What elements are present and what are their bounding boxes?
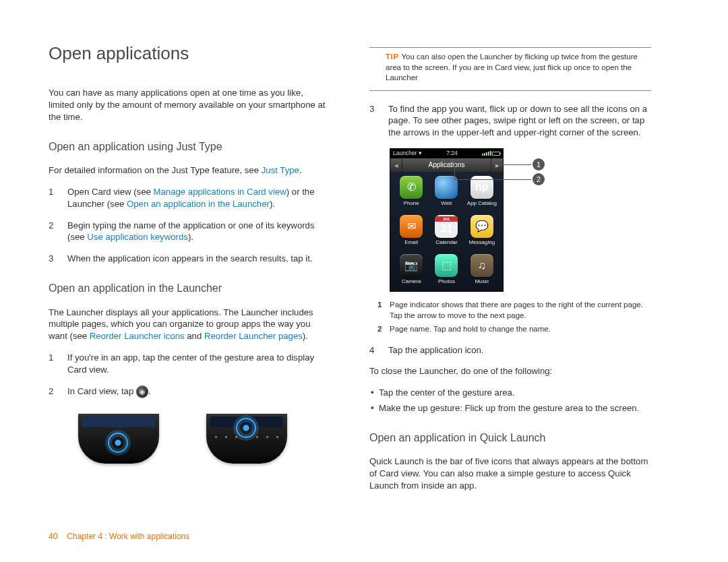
bullet-item: Tap the center of the gesture area. <box>369 387 651 399</box>
page-right-arrow-icon: ▸ <box>491 158 503 172</box>
app-messaging: 💬Messaging <box>465 215 499 253</box>
step-body: In Card view, tap ◉. <box>67 385 330 398</box>
link-manage-card-view[interactable]: Manage applications in Card view <box>154 187 286 197</box>
bullet-item: Make the up gesture: Flick up from the g… <box>369 402 651 414</box>
chat-icon: 💬 <box>471 215 493 238</box>
right-column: TIPYou can also open the Launcher by fli… <box>369 42 651 501</box>
app-catalog: hpApp Catalog <box>465 176 499 214</box>
photos-icon: ⬚ <box>435 254 458 277</box>
intro-paragraph: You can have as many applications open a… <box>49 87 330 123</box>
page-footer: 40 Chapter 4 : Work with applications <box>49 531 189 542</box>
left-column: Open applications You can have as many a… <box>49 42 330 501</box>
step-number: 2 <box>49 385 67 398</box>
section-just-type: Open an application using Just Type <box>49 139 330 154</box>
step-number: 4 <box>369 344 388 356</box>
callout-2: 2 <box>533 173 545 185</box>
step-number: 1 <box>49 352 67 376</box>
status-time: 7:24 <box>446 150 458 157</box>
step-number: 2 <box>49 220 67 244</box>
step-number: 3 <box>49 253 67 265</box>
chapter-label: Chapter 4 : Work with applications <box>67 531 189 542</box>
envelope-icon: ✉ <box>400 215 423 238</box>
launcher-lead: The Launcher displays all your applicati… <box>49 307 330 342</box>
launcher-page-name: Applications <box>429 160 465 170</box>
launcher-screenshot: Launcher ▾ 7:24 ◂ Applications ▸ ✆Phone … <box>390 148 565 292</box>
link-reorder-pages[interactable]: Reorder Launcher pages <box>204 331 303 341</box>
link-just-type[interactable]: Just Type <box>262 165 299 175</box>
section-launcher: Open an application in the Launcher <box>49 281 330 296</box>
app-web: Web <box>429 176 463 214</box>
page-title: Open applications <box>49 42 330 65</box>
status-title: Launcher ▾ <box>393 150 422 157</box>
app-photos: ⬚Photos <box>429 254 463 292</box>
tip-label: TIP <box>386 53 398 61</box>
tap-target-icon <box>236 418 256 438</box>
app-phone: ✆Phone <box>394 176 428 214</box>
launcher-icon: ◉ <box>136 385 148 398</box>
battery-icon <box>492 152 500 156</box>
callout-1: 1 <box>533 158 545 170</box>
gesture-illustration <box>49 407 330 464</box>
step-body: If you're in an app, tap the center of t… <box>67 352 330 376</box>
step-body: Tap the application icon. <box>388 344 651 356</box>
app-music: ♫Music <box>465 254 499 292</box>
link-reorder-icons[interactable]: Reorder Launcher icons <box>90 331 185 341</box>
app-calendar: JUL31Calendar <box>429 215 463 253</box>
just-type-lead: For detailed information on the Just Typ… <box>49 164 330 177</box>
app-camera: 📷Camera <box>394 254 428 292</box>
step-body: To find the app you want, flick up or do… <box>388 103 651 139</box>
step-body: Open Card view (see Manage applications … <box>67 186 330 210</box>
step-body: Begin typing the name of the application… <box>67 220 330 244</box>
calendar-icon: JUL31 <box>435 215 458 238</box>
page-left-arrow-icon: ◂ <box>390 158 402 172</box>
status-indicators <box>482 151 500 156</box>
link-use-keywords[interactable]: Use application keywords <box>87 232 188 242</box>
phone-icon: ✆ <box>400 176 423 199</box>
music-icon: ♫ <box>471 254 493 277</box>
step-body: When the application icon appears in the… <box>67 253 330 265</box>
tip-box: TIPYou can also open the Launcher by fli… <box>369 47 651 91</box>
link-open-in-launcher[interactable]: Open an application in the Launcher <box>127 199 270 209</box>
step-number: 1 <box>49 186 67 210</box>
signal-icon <box>482 151 491 156</box>
quick-launch-body: Quick Launch is the bar of five icons th… <box>369 456 651 491</box>
camera-icon: 📷 <box>400 254 423 277</box>
section-quick-launch: Open an application in Quick Launch <box>369 431 651 445</box>
tip-body: You can also open the Launcher by flicki… <box>386 53 638 82</box>
app-email: ✉Email <box>394 215 428 253</box>
page-number: 40 <box>49 531 57 542</box>
close-launcher-intro: To close the Launcher, do one of the fol… <box>369 365 651 377</box>
screenshot-legend: 1Page indicator shows that there are pag… <box>377 300 651 335</box>
tap-target-icon <box>108 433 128 453</box>
step-number: 3 <box>369 103 388 139</box>
